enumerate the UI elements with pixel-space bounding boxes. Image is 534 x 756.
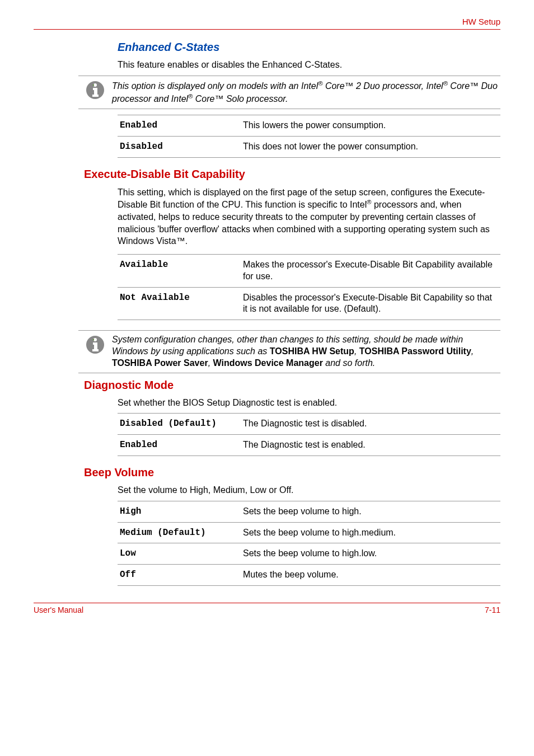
- setting-desc: Disables the processor's Execute-Disable…: [241, 287, 500, 320]
- setting-desc: Mutes the beep volume.: [241, 565, 500, 586]
- setting-key: Enabled: [118, 435, 241, 456]
- table-row: Not Available Disables the processor's E…: [118, 287, 500, 320]
- execute-disable-heading: Execute-Disable Bit Capability: [84, 168, 500, 181]
- table-row: Available Makes the processor's Execute-…: [118, 254, 500, 287]
- diagnostic-mode-table: Disabled (Default) The Diagnostic test i…: [118, 413, 500, 456]
- setting-desc: The Diagnostic test is enabled.: [241, 435, 500, 456]
- setting-desc: This lowers the power consumption.: [241, 115, 500, 137]
- setting-key: Medium (Default): [118, 522, 241, 543]
- diagnostic-mode-heading: Diagnostic Mode: [84, 379, 500, 392]
- note-text-1: This option is displayed only on models …: [112, 79, 500, 105]
- footer: User's Manual 7-11: [34, 603, 500, 614]
- header-right: HW Setup: [34, 17, 500, 26]
- svg-rect-11: [92, 349, 99, 351]
- table-row: Enabled This lowers the power consumptio…: [118, 115, 500, 137]
- setting-key: Not Available: [118, 287, 241, 320]
- setting-key: High: [118, 501, 241, 522]
- svg-point-8: [93, 339, 94, 340]
- table-row: Off Mutes the beep volume.: [118, 565, 500, 586]
- setting-desc: Sets the beep volume to high.medium.: [241, 522, 500, 543]
- footer-right: 7-11: [485, 605, 500, 614]
- enhanced-cstates-table: Enabled This lowers the power consumptio…: [118, 115, 500, 158]
- setting-desc: Makes the processor's Execute-Disable Bi…: [241, 254, 500, 287]
- info-icon: [78, 79, 112, 100]
- enhanced-cstates-title: Enhanced C-States: [118, 41, 500, 54]
- info-icon: [78, 334, 112, 354]
- beep-volume-table: High Sets the beep volume to high. Mediu…: [118, 501, 500, 586]
- svg-point-2: [93, 84, 94, 86]
- setting-key: Low: [118, 543, 241, 565]
- setting-desc: Sets the beep volume to high.: [241, 501, 500, 522]
- setting-desc: Sets the beep volume to high.low.: [241, 543, 500, 565]
- table-row: Disabled This does not lower the power c…: [118, 136, 500, 157]
- note-block-1: This option is displayed only on models …: [78, 76, 500, 109]
- setting-desc: The Diagnostic test is disabled.: [241, 414, 500, 435]
- footer-left: User's Manual: [34, 605, 83, 614]
- table-row: Medium (Default) Sets the beep volume to…: [118, 522, 500, 543]
- enhanced-cstates-intro: This feature enables or disables the Enh…: [118, 59, 500, 71]
- svg-rect-4: [94, 88, 97, 96]
- setting-key: Available: [118, 254, 241, 287]
- execute-disable-table: Available Makes the processor's Execute-…: [118, 254, 500, 320]
- table-row: High Sets the beep volume to high.: [118, 501, 500, 522]
- beep-volume-heading: Beep Volume: [84, 466, 500, 479]
- setting-key: Disabled: [118, 136, 241, 157]
- table-row: Low Sets the beep volume to high.low.: [118, 543, 500, 565]
- execute-disable-body: This setting, which is displayed on the …: [118, 186, 500, 247]
- setting-key: Enabled: [118, 115, 241, 137]
- beep-volume-intro: Set the volume to High, Medium, Low or O…: [118, 485, 500, 496]
- svg-rect-10: [94, 342, 97, 350]
- top-divider: [34, 29, 500, 30]
- diagnostic-mode-intro: Set whether the BIOS Setup Diagnostic te…: [118, 397, 500, 409]
- setting-desc: This does not lower the power consumptio…: [241, 136, 500, 157]
- svg-rect-5: [92, 95, 99, 97]
- table-row: Disabled (Default) The Diagnostic test i…: [118, 414, 500, 435]
- table-row: Enabled The Diagnostic test is enabled.: [118, 435, 500, 456]
- note-block-2: System configuration changes, other than…: [78, 330, 500, 373]
- setting-key: Off: [118, 565, 241, 586]
- note-text-2: System configuration changes, other than…: [112, 334, 500, 369]
- setting-key: Disabled (Default): [118, 414, 241, 435]
